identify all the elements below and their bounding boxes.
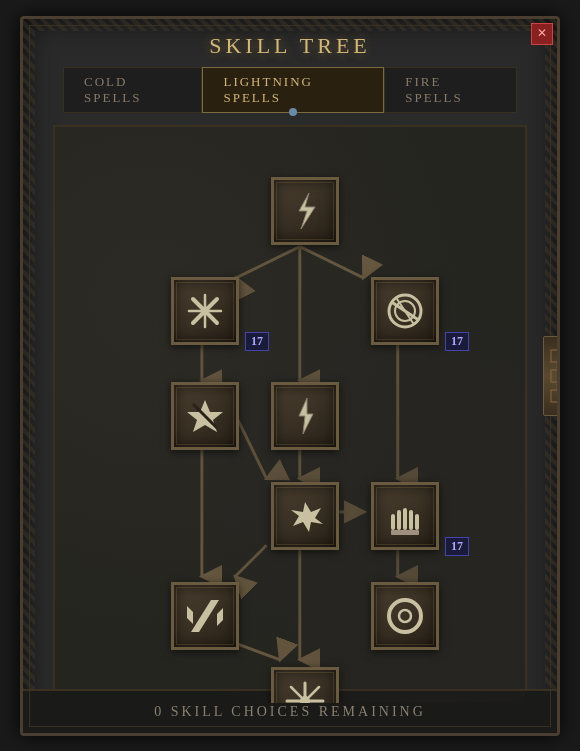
svg-point-39 — [399, 610, 411, 622]
frame-deco-left — [23, 31, 35, 721]
svg-rect-45 — [551, 350, 560, 362]
close-button[interactable]: ✕ — [531, 23, 553, 45]
svg-marker-25 — [187, 400, 223, 432]
svg-marker-34 — [291, 502, 323, 532]
svg-point-22 — [395, 301, 415, 321]
skill-node-1[interactable] — [271, 177, 339, 245]
deco-pattern — [547, 346, 560, 406]
star-slash-icon — [183, 394, 227, 438]
svg-point-38 — [389, 600, 421, 632]
lightning-bolt-icon — [283, 189, 327, 233]
svg-rect-33 — [391, 530, 419, 535]
svg-rect-31 — [409, 510, 413, 530]
drill-icon — [383, 289, 427, 333]
svg-rect-47 — [551, 390, 560, 402]
svg-line-18 — [193, 299, 217, 323]
svg-marker-27 — [299, 398, 313, 434]
skill-node-4[interactable] — [171, 382, 239, 450]
skill-node-9[interactable] — [371, 582, 439, 650]
skill-node-7[interactable] — [271, 482, 339, 550]
level-badge-6: 17 — [445, 537, 469, 556]
svg-rect-28 — [391, 514, 395, 530]
svg-rect-46 — [551, 370, 560, 382]
svg-rect-32 — [415, 514, 419, 530]
skill-node-3[interactable] — [371, 277, 439, 345]
svg-marker-36 — [217, 608, 223, 626]
star-burst-icon — [283, 679, 327, 705]
skill-node-5[interactable] — [271, 382, 339, 450]
svg-line-23 — [393, 303, 417, 319]
svg-marker-16 — [299, 193, 315, 229]
lightning-small-icon — [283, 394, 327, 438]
svg-point-21 — [389, 295, 421, 327]
ring-circle-icon — [383, 594, 427, 638]
svg-rect-30 — [403, 508, 407, 530]
skill-tree: 17 17 — [55, 127, 525, 703]
cross-slash-icon — [183, 289, 227, 333]
svg-marker-35 — [191, 600, 219, 632]
level-badge-3: 17 — [445, 332, 469, 351]
tab-fire-spells[interactable]: Fire Spells — [384, 67, 517, 113]
svg-line-26 — [193, 404, 217, 428]
svg-line-17 — [193, 299, 217, 323]
skill-node-8[interactable] — [171, 582, 239, 650]
skill-tree-content: 17 17 — [53, 125, 527, 705]
claw-icon — [383, 494, 427, 538]
svg-line-24 — [397, 299, 413, 323]
tab-cold-spells[interactable]: Cold Spells — [63, 67, 202, 113]
skill-node-6[interactable] — [371, 482, 439, 550]
tab-lightning-spells[interactable]: Lightning Spells — [202, 67, 384, 113]
svg-line-42 — [291, 687, 319, 705]
svg-line-43 — [291, 687, 319, 705]
window-title: Skill Tree — [209, 33, 371, 58]
side-decoration — [543, 336, 560, 416]
skill-choices-text: 0 Skill Choices Remaining — [154, 704, 426, 720]
svg-rect-29 — [397, 510, 401, 530]
svg-marker-37 — [187, 606, 193, 624]
title-area: Skill Tree — [23, 19, 557, 67]
level-badge-2: 17 — [245, 332, 269, 351]
tab-bar: Cold Spells Lightning Spells Fire Spells — [63, 67, 517, 113]
skill-tree-window: ✕ Skill Tree Cold Spells Lightning Spell… — [20, 16, 560, 736]
lightning-burst-icon — [283, 494, 327, 538]
slash-mark-icon — [183, 594, 227, 638]
skill-node-10[interactable] — [271, 667, 339, 705]
skill-node-2[interactable] — [171, 277, 239, 345]
